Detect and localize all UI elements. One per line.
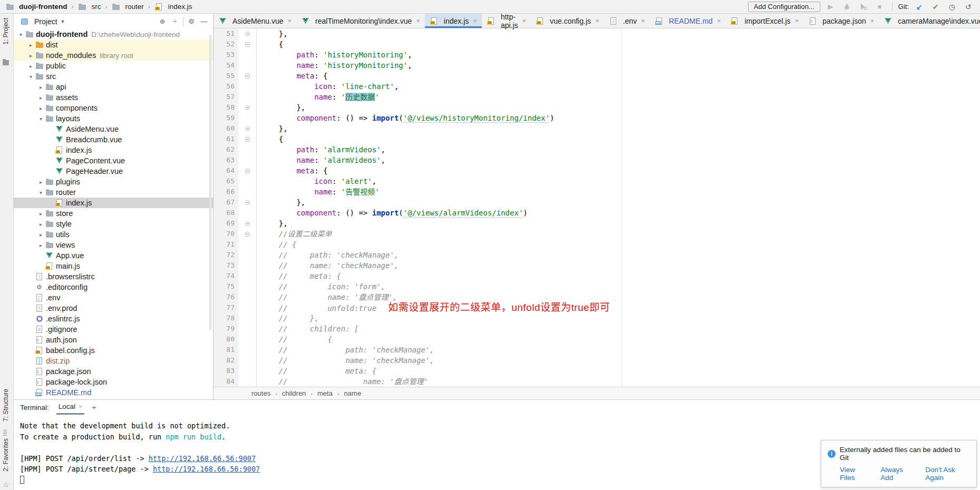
play-icon[interactable]: ▶ (826, 3, 835, 11)
grid-icon[interactable]: ⣿ (3, 429, 7, 436)
chevron-closed-icon[interactable]: ▸ (27, 42, 35, 48)
close-icon[interactable]: × (79, 403, 82, 410)
editor-breadcrumb-children[interactable]: children (282, 389, 306, 397)
code-line-72[interactable]: 72 // path: 'checkManage', (214, 250, 980, 260)
code-line-80[interactable]: 80 // { (214, 334, 980, 345)
code-line-73[interactable]: 73 // name: 'checkManage', (214, 260, 980, 271)
close-icon[interactable]: × (717, 17, 721, 25)
code-line-55[interactable]: 55 meta: { (214, 71, 980, 81)
tree-item-src[interactable]: ▾src (14, 71, 213, 82)
tree-item-views[interactable]: ▸views (14, 240, 213, 250)
tab-cameraManage\index.vue[interactable]: cameraManage\index.vue× (879, 14, 980, 28)
chevron-closed-icon[interactable]: ▸ (27, 63, 35, 69)
tree-item-index.js[interactable]: JSindex.js (14, 145, 213, 155)
breadcrumb-item-index.js[interactable]: JSindex.js (154, 3, 192, 11)
tree-item-package-lock.json[interactable]: package-lock.json (14, 377, 213, 387)
chevron-closed-icon[interactable]: ▸ (37, 179, 45, 185)
folder-icon[interactable] (3, 59, 9, 67)
code-line-69[interactable]: 69 }, (214, 218, 980, 229)
fold-marker-icon[interactable] (245, 200, 250, 205)
tree-item-router[interactable]: ▾router (14, 187, 213, 198)
star-icon[interactable]: ☆ (3, 481, 9, 489)
tree-item-Breadcrumb.vue[interactable]: Breadcrumb.vue (14, 134, 213, 145)
code-line-83[interactable]: 83 // meta: { (214, 366, 980, 376)
close-icon[interactable]: × (595, 17, 599, 25)
toolwindow-project-button[interactable]: 1: Project (2, 18, 9, 45)
tree-item-babel.config.js[interactable]: JSbabel.config.js (14, 345, 213, 356)
tree-item-auth.json[interactable]: auth.json (14, 335, 213, 345)
code-line-63[interactable]: 63 name: 'alarmVideos', (214, 155, 980, 165)
tree-item-main.js[interactable]: JSmain.js (14, 261, 213, 271)
code-line-79[interactable]: 79 // children: [ (214, 324, 980, 334)
tab-index.js[interactable]: JSindex.js× (425, 14, 482, 28)
tree-item-PageContent.vue[interactable]: PageContent.vue (14, 155, 213, 166)
tree-item-README.md[interactable]: MDREADME.md (14, 387, 213, 398)
clock-icon[interactable]: ◷ (947, 3, 956, 11)
git-update-icon[interactable]: ↙ (915, 3, 924, 11)
chevron-down-icon[interactable]: ▼ (61, 19, 65, 24)
tree-item-package.json[interactable]: package.json (14, 366, 213, 377)
code-line-64[interactable]: 64 meta: { (214, 165, 980, 176)
tree-item-dist.zip[interactable]: dist.zip (14, 356, 213, 366)
tree-item-index.js[interactable]: JSindex.js (14, 198, 213, 208)
stop-icon[interactable]: ■ (875, 3, 884, 11)
chevron-closed-icon[interactable]: ▸ (27, 53, 35, 58)
code-line-58[interactable]: 58 }, (214, 102, 980, 113)
new-terminal-icon[interactable]: + (92, 403, 96, 415)
fold-marker-icon[interactable] (245, 169, 250, 173)
code-line-74[interactable]: 74 // meta: { (214, 271, 980, 281)
tree-item-PageHeader.vue[interactable]: PageHeader.vue (14, 166, 213, 177)
chevron-open-icon[interactable]: ▾ (27, 74, 35, 80)
code-line-59[interactable]: 59 component: () => import('@/views/hist… (214, 113, 980, 123)
chevron-closed-icon[interactable]: ▸ (37, 84, 45, 90)
code-line-62[interactable]: 62 path: 'alarmVideos', (214, 144, 980, 155)
code-line-57[interactable]: 57 name: '历史数据' (214, 92, 980, 102)
tab-AsideMenu.vue[interactable]: AsideMenu.vue× (214, 14, 296, 28)
code-editor[interactable]: 51 },52 {53 path: 'historyMonitoring',54… (214, 28, 980, 387)
tree-item-public[interactable]: ▸public (14, 61, 213, 71)
breadcrumb-item-router[interactable]: router (111, 3, 143, 11)
code-line-81[interactable]: 81 // path: 'checkManage', (214, 345, 980, 355)
collapse-all-icon[interactable]: ÷ (170, 17, 180, 25)
toolwindow-favorites-button[interactable]: 2: Favorites (2, 438, 9, 472)
code-line-61[interactable]: 61 { (214, 134, 980, 144)
code-line-84[interactable]: 84 // name: '盘点管理' (214, 376, 980, 387)
code-line-78[interactable]: 78 // }, (214, 313, 980, 324)
tree-item-node_modules[interactable]: ▸node_moduleslibrary root (14, 50, 213, 61)
chevron-closed-icon[interactable]: ▸ (37, 242, 45, 248)
chevron-open-icon[interactable]: ▾ (37, 116, 45, 122)
close-icon[interactable]: × (870, 17, 875, 25)
code-line-54[interactable]: 54 name: 'historyMonitoring', (214, 60, 980, 71)
tree-item-utils[interactable]: ▸utils (14, 229, 213, 240)
tree-item-.env.prod[interactable]: .env.prod (14, 303, 213, 313)
close-icon[interactable]: × (288, 17, 292, 25)
breadcrumb-item-src[interactable]: src (77, 3, 101, 11)
code-line-82[interactable]: 82 // name: 'checkManage', (214, 355, 980, 366)
close-icon[interactable]: × (522, 17, 527, 25)
tree-item-App.vue[interactable]: App.vue (14, 250, 213, 261)
chevron-closed-icon[interactable]: ▸ (37, 105, 45, 111)
code-line-67[interactable]: 67 }, (214, 197, 980, 208)
tab-importExcel.js[interactable]: JSimportExcel.js× (725, 14, 803, 28)
fold-marker-icon[interactable] (245, 126, 250, 131)
add-configuration-button[interactable]: Add Configuration... (748, 2, 820, 12)
fold-marker-icon[interactable] (245, 74, 250, 79)
tree-item-AsideMenu.vue[interactable]: AsideMenu.vue (14, 124, 213, 134)
tab-realTimeMonitoring\index.vue[interactable]: realTimeMonitoring\index.vue× (296, 14, 425, 28)
tree-item-.browserslistrc[interactable]: .browserslistrc (14, 271, 213, 282)
terminal-link[interactable]: http://192.168.66.56:9007 (153, 465, 260, 473)
tab-vue.config.js[interactable]: JSvue.config.js× (531, 14, 604, 28)
code-line-56[interactable]: 56 icon: 'line-chart', (214, 81, 980, 92)
chevron-closed-icon[interactable]: ▸ (37, 232, 45, 238)
fold-marker-icon[interactable] (245, 221, 250, 226)
fold-marker-icon[interactable] (245, 42, 250, 47)
fold-marker-icon[interactable] (245, 232, 250, 237)
tree-item-store[interactable]: ▸store (14, 208, 213, 219)
close-icon[interactable]: × (416, 17, 420, 25)
notification-action-don-t-ask-again[interactable]: Don't Ask Again (925, 466, 970, 482)
code-line-65[interactable]: 65 icon: 'alert', (214, 176, 980, 187)
undo-icon[interactable]: ↺ (964, 3, 973, 11)
tree-item-.editorconfig[interactable]: ⚙.editorconfig (14, 282, 213, 292)
tree-item-dist[interactable]: ▸dist (14, 40, 213, 50)
gear-icon[interactable]: ⚙ (187, 17, 196, 25)
